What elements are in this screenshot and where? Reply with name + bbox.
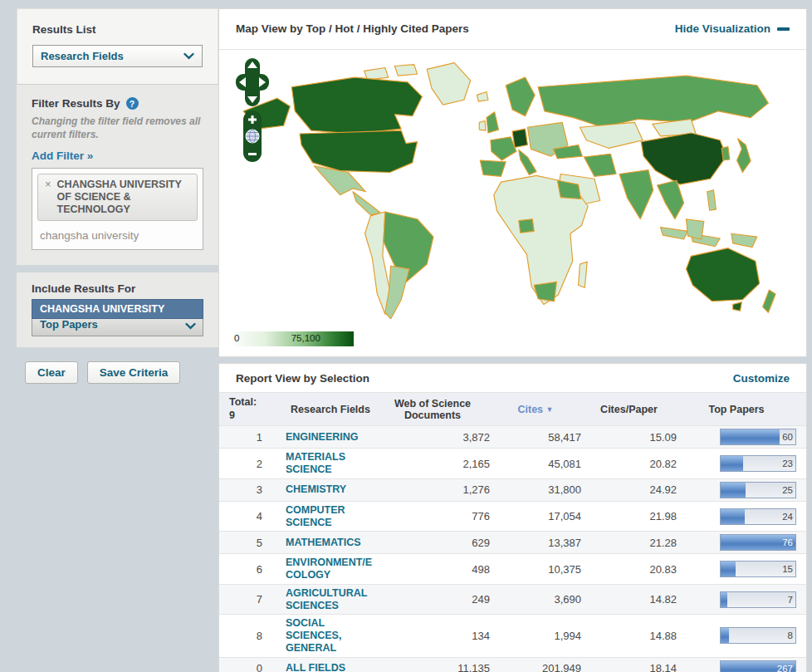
research-field-link[interactable]: AGRICULTURAL SCIENCES <box>286 587 375 612</box>
table-row: 5 MATHEMATICS 629 13,387 21.28 76 <box>219 531 806 553</box>
column-header-research-fields[interactable]: Research Fields <box>267 404 375 415</box>
rank-cell: 7 <box>229 593 267 606</box>
filter-results-title: Filter Results By <box>32 97 120 110</box>
research-field-link[interactable]: MATERIALS SCIENCE <box>286 451 375 476</box>
rank-cell: 5 <box>229 537 267 549</box>
wos-documents-cell: 1,276 <box>375 483 490 496</box>
filter-section: Filter Results By ? Changing the filter … <box>17 85 218 265</box>
top-papers-value: 23 <box>782 459 793 468</box>
total-count: Total: 9 <box>229 396 267 422</box>
top-papers-bar-fill <box>721 509 745 524</box>
zoom-out-icon <box>248 153 257 155</box>
rank-cell: 0 <box>229 662 267 672</box>
cites-cell: 10,375 <box>490 563 581 576</box>
top-papers-value: 24 <box>782 512 793 522</box>
rank-cell: 2 <box>229 458 267 470</box>
wos-documents-cell: 11,135 <box>375 662 490 672</box>
column-header-wos-documents[interactable]: Web of Science Documents <box>375 398 490 421</box>
research-field-link[interactable]: COMPUTER SCIENCE <box>286 504 375 529</box>
cites-cell: 13,387 <box>490 537 581 549</box>
wos-documents-cell: 134 <box>375 630 490 642</box>
filter-chip[interactable]: × CHANGSHA UNIVERSITY OF SCIENCE & TECHN… <box>37 174 198 221</box>
research-field-link[interactable]: ENVIRONMENT/ECOLOGY <box>286 557 375 581</box>
chevron-down-icon <box>183 52 194 60</box>
cites-per-paper-cell: 14.88 <box>581 630 677 642</box>
table-row: 0 ALL FIELDS 11,135 201,949 18.14 267 <box>219 657 806 672</box>
cites-per-paper-cell: 21.28 <box>581 537 677 549</box>
cites-per-paper-cell: 18.14 <box>581 662 677 672</box>
top-papers-value: 60 <box>782 432 793 442</box>
top-papers-bar-fill <box>721 562 736 576</box>
research-field-link[interactable]: ALL FIELDS <box>286 662 375 672</box>
column-header-top-papers[interactable]: Top Papers <box>677 404 796 415</box>
sidebar: Results List Research Fields Filter Resu… <box>17 8 218 384</box>
top-papers-bar: 60 <box>720 429 796 445</box>
wos-documents-cell: 249 <box>375 593 490 606</box>
top-papers-bar: 267 <box>720 660 796 672</box>
rank-cell: 1 <box>229 431 267 444</box>
main-content: Map View by Top / Hot / Highly Cited Pap… <box>218 8 807 672</box>
research-field-link[interactable]: MATHEMATICS <box>286 537 375 549</box>
results-list-select[interactable]: Research Fields <box>32 45 203 67</box>
top-papers-bar: 25 <box>720 482 796 498</box>
page: Results List Research Fields Filter Resu… <box>0 0 812 672</box>
world-map[interactable] <box>232 53 794 319</box>
filter-note: Changing the filter field removes all cu… <box>32 115 203 141</box>
add-filter-link[interactable]: Add Filter » <box>32 150 93 162</box>
cites-cell: 201,949 <box>490 662 581 672</box>
cites-cell: 17,054 <box>490 510 581 522</box>
wos-documents-cell: 629 <box>375 537 490 549</box>
hide-visualization-label: Hide Visualization <box>675 22 770 35</box>
wos-documents-cell: 498 <box>375 563 490 576</box>
zoom-control[interactable] <box>243 110 262 162</box>
sort-desc-icon: ▼ <box>546 405 554 414</box>
table-row: 4 COMPUTER SCIENCE 776 17,054 21.98 24 <box>219 501 806 532</box>
pan-icon[interactable] <box>235 58 270 106</box>
top-papers-select-value: Top Papers <box>32 319 203 336</box>
top-papers-value: 25 <box>782 485 793 495</box>
map-panel: Map View by Top / Hot / Highly Cited Pap… <box>218 8 807 357</box>
sidebar-buttons: Clear Save Criteria <box>17 361 218 384</box>
legend-max-label: 75,100 <box>291 333 320 343</box>
wos-documents-cell: 2,165 <box>375 458 490 470</box>
research-field-link[interactable]: ENGINEERING <box>286 431 375 444</box>
map-color-legend: 0 75,100 <box>231 331 354 346</box>
top-papers-value: 15 <box>782 564 793 574</box>
cites-per-paper-cell: 21.98 <box>581 510 677 522</box>
research-field-link[interactable]: CHEMISTRY <box>286 483 375 496</box>
table-row: 8 SOCIAL SCIENCES, GENERAL 134 1,994 14.… <box>219 614 806 656</box>
map-body: 0 75,100 <box>219 50 806 356</box>
report-view-title: Report View by Selection <box>236 372 369 385</box>
filter-combobox[interactable]: × CHANGSHA UNIVERSITY OF SCIENCE & TECHN… <box>32 168 203 250</box>
save-criteria-button[interactable]: Save Criteria <box>87 361 181 384</box>
research-field-link[interactable]: SOCIAL SCIENCES, GENERAL <box>286 617 375 654</box>
hide-visualization-link[interactable]: Hide Visualization <box>675 22 790 35</box>
remove-icon[interactable]: × <box>45 179 51 190</box>
legend-min-label: 0 <box>234 333 239 343</box>
top-papers-select[interactable]: Top Papers <box>32 319 203 336</box>
column-header-cites-sorted[interactable]: Cites ▼ <box>490 404 581 415</box>
top-papers-bar-fill <box>721 592 727 607</box>
help-icon[interactable]: ? <box>126 97 139 110</box>
map-view-title: Map View by Top / Hot / Highly Cited Pap… <box>236 22 469 35</box>
rank-cell: 3 <box>229 483 267 496</box>
top-papers-value: 8 <box>788 630 793 640</box>
results-list-section: Results List Research Fields <box>17 8 218 85</box>
table-header: Total: 9 Research Fields Web of Science … <box>219 393 806 425</box>
chevron-down-icon <box>185 322 196 330</box>
dropdown-option-highlighted[interactable]: CHANGSHA UNIVERSITY <box>32 299 203 319</box>
results-list-select-value: Research Fields <box>41 50 124 62</box>
table-row: 6 ENVIRONMENT/ECOLOGY 498 10,375 20.83 1… <box>219 553 806 584</box>
rank-cell: 8 <box>229 630 267 642</box>
top-papers-bar-fill <box>721 456 743 471</box>
column-header-cites-per-paper[interactable]: Cites/Paper <box>581 404 677 415</box>
table-row: 3 CHEMISTRY 1,276 31,800 24.92 25 <box>219 478 806 501</box>
top-papers-bar-fill <box>721 429 780 444</box>
clear-button[interactable]: Clear <box>25 361 78 384</box>
top-papers-bar: 76 <box>720 534 796 551</box>
customize-link[interactable]: Customize <box>733 372 790 385</box>
cites-cell: 1,994 <box>490 630 581 642</box>
top-papers-bar-fill <box>721 628 729 643</box>
top-papers-bar: 23 <box>720 455 796 472</box>
filter-search-input[interactable]: changsha university <box>37 221 198 249</box>
